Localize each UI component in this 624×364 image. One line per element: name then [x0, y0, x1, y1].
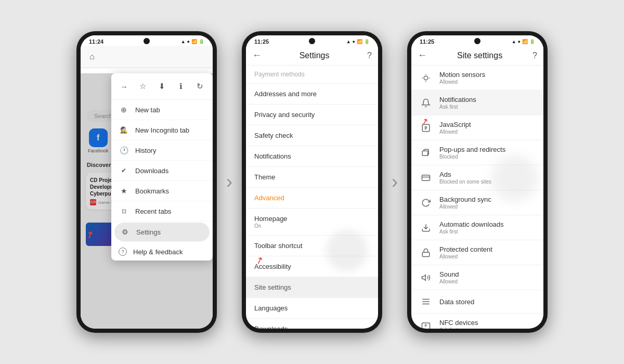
- site-datastored[interactable]: Data stored: [411, 290, 543, 314]
- status-icons-2: ▲ ● 📶 🔋: [346, 39, 370, 44]
- settings-title: Settings: [267, 51, 362, 60]
- menu-recent-tabs[interactable]: ⊡ Recent tabs: [111, 201, 213, 222]
- svg-rect-4: [422, 252, 430, 256]
- datastored-name: Data stored: [439, 298, 535, 306]
- site-notifications[interactable]: Notifications Ask first: [411, 90, 543, 115]
- autodownloads-name: Automatic downloads: [439, 220, 535, 228]
- bookmark-icon[interactable]: ☆: [135, 79, 151, 94]
- settings-downloads[interactable]: Downloads: [246, 319, 378, 329]
- bgsync-icon: [420, 197, 432, 209]
- site-popups[interactable]: Pop-ups and redirects Blocked: [411, 140, 543, 165]
- bgsync-name: Background sync: [439, 196, 535, 203]
- history-label: History: [135, 147, 156, 154]
- new-tab-label: New tab: [135, 106, 160, 114]
- menu-settings[interactable]: ⚙ Settings: [114, 223, 210, 242]
- reload-icon[interactable]: ↻: [192, 79, 208, 94]
- phone-1-screen: 11:24 ▲ ● 📶 🔋 ⌂ Search or typ: [81, 35, 213, 329]
- notifications-label: Notifications: [254, 152, 291, 160]
- settings-icon: ⚙: [120, 227, 130, 237]
- menu-downloads[interactable]: ✔ Downloads: [111, 161, 213, 181]
- site-ads[interactable]: Ads Blocked on some sites: [411, 165, 543, 190]
- help-icon-2[interactable]: ?: [367, 51, 372, 60]
- settings-payment[interactable]: Payment methods: [246, 66, 378, 84]
- ads-name: Ads: [439, 171, 535, 178]
- recent-tabs-icon: ⊡: [119, 206, 129, 216]
- motion-icon: [420, 72, 432, 84]
- status-icons-3: ▲ ● 📶 🔋: [512, 39, 535, 44]
- site-settings-header: ← Site settings ?: [411, 46, 543, 66]
- download-icon[interactable]: ⬇: [154, 79, 170, 94]
- site-motion[interactable]: Motion sensors Allowed: [411, 66, 543, 90]
- status-icons-1: ▲ ● 📶 🔋: [181, 39, 204, 44]
- settings-languages[interactable]: Languages: [246, 298, 378, 319]
- notifications-text: Notifications Ask first: [439, 96, 535, 110]
- addresses-label: Addresses and more: [254, 90, 317, 98]
- homepage-sub: On: [254, 223, 370, 229]
- site-nfc[interactable]: NFC devices Ask first: [411, 314, 543, 329]
- ads-text: Ads Blocked on some sites: [439, 171, 535, 185]
- camera-notch-2: [309, 38, 315, 44]
- back-button-3[interactable]: ←: [418, 50, 427, 61]
- nfc-text: NFC devices Ask first: [439, 319, 535, 329]
- settings-safety[interactable]: Safety check: [246, 125, 378, 146]
- incognito-label: New Incognito tab: [135, 126, 189, 134]
- javascript-name: JavaScript: [439, 121, 535, 128]
- settings-addresses[interactable]: Addresses and more: [246, 84, 378, 105]
- forward-icon[interactable]: →: [116, 79, 132, 94]
- motion-sub: Allowed: [439, 79, 535, 85]
- settings-toolbar[interactable]: Toolbar shortcut: [246, 236, 378, 256]
- nav-arrow-2: ›: [392, 171, 398, 193]
- site-bgsync[interactable]: Background sync Allowed: [411, 190, 543, 215]
- menu-bookmarks[interactable]: ★ Bookmarks: [111, 181, 213, 201]
- help-label: Help & feedback: [133, 248, 183, 256]
- notifications-name: Notifications: [439, 96, 535, 103]
- svg-marker-5: [422, 275, 426, 280]
- sound-sub: Allowed: [439, 279, 535, 284]
- back-button-2[interactable]: ←: [252, 50, 262, 61]
- time-1: 11:24: [89, 38, 103, 45]
- settings-advanced[interactable]: Advanced: [246, 188, 378, 209]
- site-autodownloads[interactable]: Automatic downloads Ask first: [411, 215, 543, 240]
- camera-notch-1: [144, 38, 150, 44]
- settings-privacy[interactable]: Privacy and security: [246, 105, 378, 125]
- new-tab-icon: ⊕: [119, 105, 129, 115]
- svg-rect-3: [422, 175, 430, 180]
- settings-homepage[interactable]: Homepage On: [246, 209, 378, 236]
- menu-history[interactable]: 🕐 History: [111, 140, 213, 161]
- chrome-toolbar-1: ⌂: [85, 48, 209, 66]
- bgsync-text: Background sync Allowed: [439, 196, 535, 210]
- ads-sub: Blocked on some sites: [439, 179, 535, 185]
- javascript-sub: Allowed: [439, 129, 535, 135]
- browser-bg: Search or type URL f Facebook f Fe... n: [81, 73, 213, 329]
- nfc-icon: [420, 320, 432, 329]
- settings-site-settings[interactable]: Site settings: [246, 277, 378, 298]
- menu-new-tab[interactable]: ⊕ New tab: [111, 100, 213, 120]
- svg-rect-2: [422, 151, 428, 155]
- menu-incognito[interactable]: 🕵 New Incognito tab: [111, 120, 213, 140]
- phone-2-screen: 11:25 ▲ ● 📶 🔋 ← Settings ? Payment metho…: [246, 35, 378, 329]
- settings-theme[interactable]: Theme: [246, 167, 378, 188]
- site-sound[interactable]: Sound Allowed: [411, 265, 543, 290]
- site-javascript[interactable]: JavaScript Allowed: [411, 115, 543, 140]
- incognito-icon: 🕵: [119, 125, 129, 135]
- info-icon[interactable]: ℹ: [173, 79, 189, 94]
- phone-3: 11:25 ▲ ● 📶 🔋 ← Site settings ?: [407, 31, 548, 333]
- autodownloads-sub: Ask first: [439, 229, 535, 235]
- help-icon-3[interactable]: ?: [532, 51, 537, 60]
- downloads-settings-label: Downloads: [254, 325, 288, 329]
- settings-accessibility[interactable]: Accessibility: [246, 256, 378, 277]
- home-icon[interactable]: ⌂: [85, 49, 99, 64]
- sound-icon: [420, 271, 432, 284]
- ads-icon: [420, 172, 432, 184]
- menu-help[interactable]: ? Help & feedback: [111, 243, 213, 261]
- autodownloads-text: Automatic downloads Ask first: [439, 220, 535, 235]
- time-2: 11:25: [254, 38, 269, 45]
- toolbar-label: Toolbar shortcut: [254, 242, 303, 250]
- recent-tabs-label: Recent tabs: [135, 207, 171, 215]
- settings-notifications[interactable]: Notifications: [246, 146, 378, 167]
- protected-icon: [420, 246, 432, 259]
- theme-label: Theme: [254, 173, 275, 181]
- site-protected[interactable]: Protected content Allowed: [411, 240, 543, 265]
- safety-label: Safety check: [254, 132, 293, 139]
- privacy-label: Privacy and security: [254, 111, 315, 119]
